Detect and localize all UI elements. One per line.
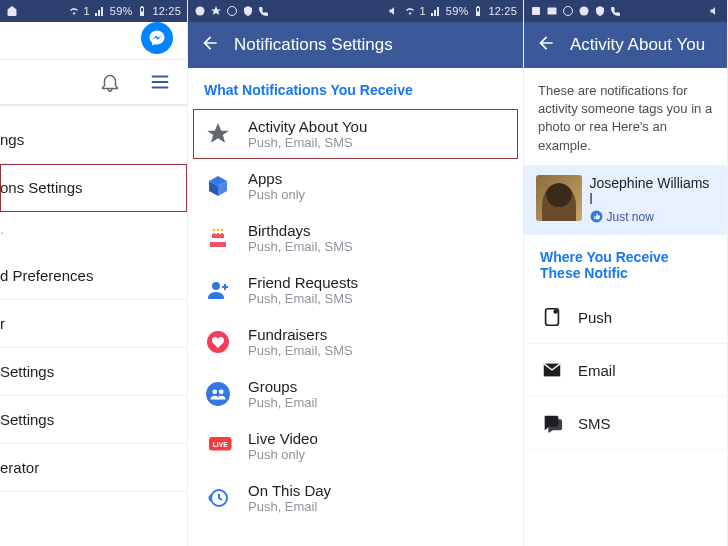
item-title: Fundraisers [248,326,353,343]
battery-label: 59% [110,5,133,17]
svg-point-1 [228,7,237,16]
svg-point-19 [553,309,558,314]
notif-item-friend-requests[interactable]: Friend RequestsPush, Email, SMS [188,264,523,316]
svg-point-0 [196,7,205,16]
list-item-label: erator [0,459,39,476]
status-bar: 1 59% 12:25 [0,0,187,22]
signal-label: 1 [84,5,90,17]
screen-3: Activity About You These are notificatio… [524,0,728,546]
item-title: Activity About You [248,118,367,135]
menu-icon[interactable] [149,71,171,93]
item-subtitle: Push, Email, SMS [248,291,358,306]
svg-rect-14 [548,8,557,15]
back-button[interactable] [536,33,556,57]
description-text: These are notifications for activity som… [524,68,727,165]
push-icon [540,305,564,329]
list-item-label: ons Settings [0,179,83,196]
channel-sms[interactable]: SMS [524,397,727,450]
item-subtitle: Push, Email, SMS [248,343,353,358]
live-icon: LIVE [204,432,232,460]
screen-1: 1 59% 12:25 ngs ons Settings · d Prefere… [0,0,188,546]
item-subtitle: Push, Email, SMS [248,239,353,254]
svg-point-7 [206,382,230,406]
page-title: Activity About You [570,35,705,55]
time-label: 12:25 [152,5,181,17]
list-item[interactable]: · [0,212,187,252]
wifi-icon [404,5,416,17]
item-subtitle: Push, Email, SMS [248,135,367,150]
notification-name: Josephine Williams l [590,175,715,207]
top-nav [0,60,187,106]
time-text: Just now [607,210,654,224]
notif-item-on-this-day[interactable]: On This DayPush, Email [188,472,523,524]
sms-icon [540,411,564,435]
item-subtitle: Push only [248,187,305,202]
box-icon [204,172,232,200]
settings-list: ngs ons Settings · d Preferences r Setti… [0,106,187,502]
channel-email[interactable]: Email [524,344,727,397]
list-item[interactable]: erator [0,444,187,492]
list-item-label: ngs [0,131,24,148]
svg-point-15 [564,7,573,16]
status-bar: 1 59% 12:25 [188,0,523,22]
svg-text:LIVE: LIVE [213,441,229,448]
svg-point-2 [213,229,216,232]
list-item[interactable]: r [0,300,187,348]
wifi-icon [68,5,80,17]
signal-icon [94,5,106,17]
item-subtitle: Push, Email [248,395,317,410]
signal-label: 1 [420,5,426,17]
channel-label: Email [578,362,616,379]
battery-icon [472,5,484,17]
channel-label: Push [578,309,612,326]
list-item[interactable]: d Preferences [0,252,187,300]
battery-label: 59% [446,5,469,17]
notif-item-apps[interactable]: AppsPush only [188,160,523,212]
like-icon [590,210,603,223]
back-button[interactable] [200,33,220,57]
section-header: What Notifications You Receive [188,68,523,108]
item-title: Groups [248,378,317,395]
svg-point-4 [221,229,224,232]
app-header: Notifications Settings [188,22,523,68]
svg-point-9 [219,389,224,394]
groups-icon [204,380,232,408]
list-item-label: r [0,315,5,332]
time-label: 12:25 [488,5,517,17]
notification-time: Just now [590,210,654,224]
item-subtitle: Push, Email [248,499,331,514]
item-subtitle: Push only [248,447,318,462]
list-item-label: Settings [0,411,54,428]
notif-item-live-video[interactable]: LIVE Live VideoPush only [188,420,523,472]
list-item-label: d Preferences [0,267,93,284]
screen-2: 1 59% 12:25 Notifications Settings What … [188,0,524,546]
list-item-notifications-settings[interactable]: ons Settings [0,164,187,212]
messenger-button[interactable] [141,22,173,54]
email-icon [540,358,564,382]
svg-point-8 [212,389,217,394]
friend-add-icon [204,276,232,304]
mute-icon [388,5,400,17]
channel-label: SMS [578,415,611,432]
channel-push[interactable]: Push [524,291,727,344]
status-bar [524,0,727,22]
cake-icon [204,224,232,252]
notif-item-birthdays[interactable]: BirthdaysPush, Email, SMS [188,212,523,264]
notif-item-activity-about-you[interactable]: Activity About YouPush, Email, SMS [192,108,519,160]
item-title: Friend Requests [248,274,358,291]
avatar [536,175,582,221]
svg-rect-13 [532,7,540,15]
list-item-label: Settings [0,363,54,380]
list-item[interactable]: Settings [0,396,187,444]
item-title: On This Day [248,482,331,499]
notif-item-groups[interactable]: GroupsPush, Email [188,368,523,420]
section-header: Where You Receive These Notific [524,235,727,291]
list-item[interactable]: Settings [0,348,187,396]
list-item[interactable]: ngs [0,116,187,164]
notif-item-fundraisers[interactable]: FundraisersPush, Email, SMS [188,316,523,368]
page-title: Notifications Settings [234,35,393,55]
example-notification[interactable]: Josephine Williams l Just now [524,165,727,236]
clock-rewind-icon [204,484,232,512]
bell-icon[interactable] [99,71,121,93]
item-title: Live Video [248,430,318,447]
